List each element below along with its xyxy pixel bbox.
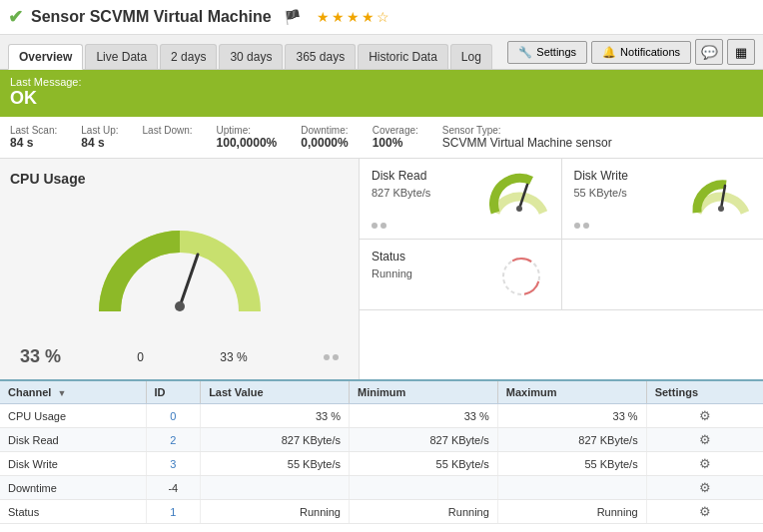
main-content: CPU Usage 33 % 0 33 % xyxy=(0,159,763,379)
bell-icon: 🔔 xyxy=(602,46,616,59)
cell-id[interactable]: 2 xyxy=(146,428,201,452)
last-up-label: Last Up: xyxy=(81,125,118,136)
cell-minimum: Running xyxy=(349,500,497,524)
star-rating[interactable]: ★★★★☆ xyxy=(317,9,391,25)
last-scan-item: Last Scan: 84 s xyxy=(10,125,57,150)
tab-30days[interactable]: 30 days xyxy=(219,44,283,69)
cell-id[interactable]: -4 xyxy=(146,476,201,500)
info-row: Last Scan: 84 s Last Up: 84 s Last Down:… xyxy=(0,117,763,159)
right-section: Disk Read 827 KByte/s xyxy=(360,159,763,379)
disk-read-title: Disk Read xyxy=(372,169,430,183)
uptime-label: Uptime: xyxy=(217,125,278,136)
cell-settings[interactable]: ⚙ xyxy=(646,500,763,524)
disk-read-box: Disk Read 827 KByte/s xyxy=(360,159,562,239)
status-spinner xyxy=(494,250,549,299)
notifications-button[interactable]: 🔔 Notifications xyxy=(591,41,691,64)
col-header-settings[interactable]: Settings xyxy=(646,380,763,404)
cell-channel: Disk Write xyxy=(0,452,146,476)
cell-maximum xyxy=(497,476,646,500)
col-header-last-value[interactable]: Last Value xyxy=(201,380,350,404)
cell-last-value xyxy=(201,476,350,500)
coverage-item: Coverage: 100% xyxy=(373,125,418,150)
uptime-value: 100,0000% xyxy=(217,136,278,150)
metrics-row: Disk Read 827 KByte/s xyxy=(360,159,763,240)
gauge-labels: 33 % 0 33 % xyxy=(10,346,349,367)
disk-write-title: Disk Write xyxy=(574,169,628,183)
settings-button[interactable]: 🔧 Settings xyxy=(507,41,587,64)
flag-icon: 🏴 xyxy=(284,9,301,25)
cell-channel: CPU Usage xyxy=(0,404,146,428)
disk-write-box: Disk Write 55 KByte/s xyxy=(562,159,764,239)
grid-button[interactable]: ▦ xyxy=(727,39,755,65)
col-header-maximum[interactable]: Maximum xyxy=(497,380,646,404)
gauge-dots xyxy=(324,354,339,360)
sensor-type-item: Sensor Type: SCVMM Virtual Machine senso… xyxy=(442,125,612,150)
svg-point-5 xyxy=(718,206,724,212)
status-metric-box: Status Running xyxy=(360,240,562,309)
disk-write-gauge xyxy=(691,169,751,219)
last-scan-label: Last Scan: xyxy=(10,125,57,136)
table-row: Disk Read 2 827 KByte/s 827 KByte/s 827 … xyxy=(0,428,763,452)
gear-icon[interactable]: ⚙ xyxy=(699,408,711,423)
last-down-label: Last Down: xyxy=(143,125,193,136)
nav-actions: 🔧 Settings 🔔 Notifications 💬 ▦ xyxy=(507,35,755,69)
last-up-value: 84 s xyxy=(81,136,118,150)
disk-write-dot-2 xyxy=(583,223,589,229)
tab-log[interactable]: Log xyxy=(450,44,492,69)
col-header-minimum[interactable]: Minimum xyxy=(349,380,497,404)
cell-id[interactable]: 1 xyxy=(146,500,201,524)
downtime-value: 0,0000% xyxy=(301,136,348,150)
cell-minimum: 33 % xyxy=(349,404,497,428)
cpu-gauge-svg xyxy=(90,197,270,336)
status-metric-value: Running xyxy=(372,267,412,279)
gauge-dot-1 xyxy=(324,354,330,360)
cell-settings[interactable]: ⚙ xyxy=(646,428,763,452)
cell-id[interactable]: 0 xyxy=(146,404,201,428)
tab-historic-data[interactable]: Historic Data xyxy=(358,44,448,69)
cell-settings[interactable]: ⚙ xyxy=(646,452,763,476)
gear-icon[interactable]: ⚙ xyxy=(699,456,711,471)
cell-minimum xyxy=(349,476,497,500)
table-row: Disk Write 3 55 KByte/s 55 KByte/s 55 KB… xyxy=(0,452,763,476)
sort-arrow: ▼ xyxy=(57,388,66,398)
gear-icon[interactable]: ⚙ xyxy=(699,432,711,447)
tab-365days[interactable]: 365 days xyxy=(285,44,356,69)
chat-button[interactable]: 💬 xyxy=(695,39,723,65)
col-header-channel[interactable]: Channel ▼ xyxy=(0,380,146,404)
grid-icon: ▦ xyxy=(735,45,747,60)
cell-maximum: Running xyxy=(497,500,646,524)
tab-overview[interactable]: Overview xyxy=(8,44,83,70)
empty-metric-box xyxy=(562,240,764,309)
gauge-container xyxy=(10,197,349,336)
cell-maximum: 827 KByte/s xyxy=(497,428,646,452)
cell-settings[interactable]: ⚙ xyxy=(646,404,763,428)
cpu-min-value: 0 xyxy=(137,350,144,364)
tab-2days[interactable]: 2 days xyxy=(160,44,217,69)
gauge-dot-2 xyxy=(333,354,339,360)
gear-icon[interactable]: ⚙ xyxy=(699,480,711,495)
sensor-type-label: Sensor Type: xyxy=(442,125,612,136)
disk-write-dot-1 xyxy=(574,223,580,229)
disk-read-dot-2 xyxy=(381,223,386,229)
status-metric-title: Status xyxy=(372,250,412,264)
gear-icon[interactable]: ⚙ xyxy=(699,504,711,519)
downtime-label: Downtime: xyxy=(301,125,348,136)
cpu-max-value: 33 % xyxy=(220,350,247,364)
tab-live-data[interactable]: Live Data xyxy=(85,44,158,69)
col-header-id[interactable]: ID xyxy=(146,380,201,404)
wrench-icon: 🔧 xyxy=(518,46,532,59)
table-row: CPU Usage 0 33 % 33 % 33 % ⚙ xyxy=(0,404,763,428)
cell-settings[interactable]: ⚙ xyxy=(646,476,763,500)
svg-line-0 xyxy=(180,255,198,306)
cell-minimum: 827 KByte/s xyxy=(349,428,497,452)
nav-bar: Overview Live Data 2 days 30 days 365 da… xyxy=(0,35,763,70)
table-row: Downtime -4 ⚙ xyxy=(0,476,763,500)
status-bar: Last Message: OK xyxy=(0,70,763,117)
data-table: Channel ▼ ID Last Value Minimum Maximum … xyxy=(0,379,763,524)
downtime-item: Downtime: 0,0000% xyxy=(301,125,348,150)
cpu-section: CPU Usage 33 % 0 33 % xyxy=(0,159,360,379)
status-metric-row: Status Running xyxy=(360,240,763,310)
cell-id[interactable]: 3 xyxy=(146,452,201,476)
last-down-item: Last Down: xyxy=(143,125,193,150)
cell-last-value: 827 KByte/s xyxy=(201,428,350,452)
